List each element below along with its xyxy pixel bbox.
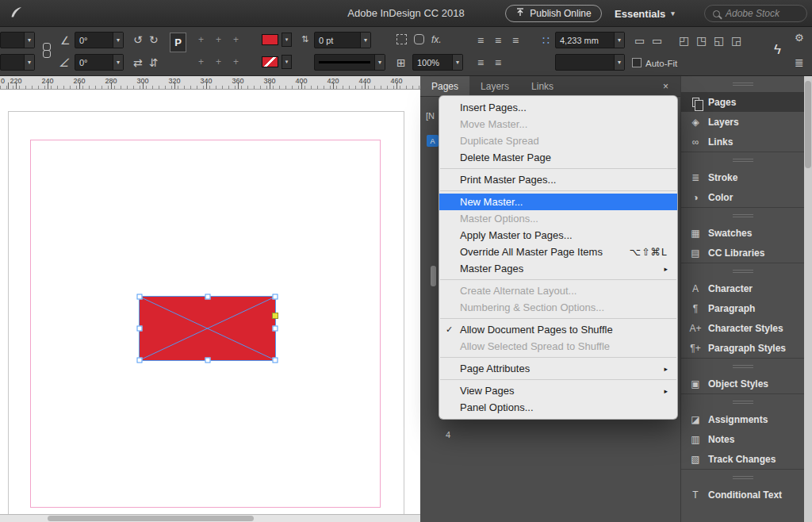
panel-group-grip[interactable] — [681, 207, 804, 223]
corner-options-handle[interactable] — [272, 313, 278, 319]
align-right-icon[interactable]: ≡ — [512, 35, 519, 46]
frame-handle-top-center[interactable] — [205, 294, 210, 300]
frame-handle-bottom-center[interactable] — [205, 358, 210, 363]
menu-item-panel-options[interactable]: Panel Options... — [439, 399, 677, 416]
fill-swatch-menu[interactable]: ▾ — [282, 33, 292, 47]
transform-option-icon[interactable]: + — [216, 35, 221, 44]
scale-y-field[interactable]: ▾ — [0, 54, 35, 71]
horizontal-scrollbar-thumb[interactable] — [48, 516, 254, 521]
rotate-cw-icon[interactable]: ↻ — [149, 34, 159, 45]
panel-item-pages[interactable]: Pages — [681, 92, 804, 112]
publish-online-button[interactable]: Publish Online — [505, 5, 602, 22]
horizontal-ruler[interactable]: 0 220 240 260 280 300 320 340 360 380 40… — [0, 76, 420, 90]
panel-group-grip[interactable] — [681, 393, 804, 409]
align-left-icon[interactable]: ≡ — [477, 35, 484, 46]
tab-layers[interactable]: Layers — [469, 76, 520, 96]
panel-item-notes[interactable]: ▥ Notes — [681, 429, 804, 449]
stroke-weight-field[interactable]: 0 pt ▾ — [314, 32, 371, 48]
fitting-reference-dropdown[interactable]: ▾ — [555, 54, 625, 71]
stroke-style-dropdown[interactable]: ▾ — [314, 54, 385, 71]
panel-item-character[interactable]: A Character — [681, 278, 804, 298]
menu-item-override-all-master-page-items[interactable]: Override All Master Page Items ⌥⇧⌘L — [439, 244, 677, 260]
panel-group-grip[interactable] — [681, 152, 804, 167]
menu-item-print-master-pages[interactable]: Print Master Pages... — [439, 171, 677, 188]
close-icon[interactable]: × — [663, 81, 668, 92]
menu-item-apply-master-to-pages[interactable]: Apply Master to Pages... — [439, 227, 677, 244]
shear-angle-field[interactable]: 0° ▾ — [75, 54, 124, 71]
flip-horizontal-icon[interactable]: ⇄ — [133, 57, 143, 68]
dock-scrollbar-thumb[interactable] — [805, 81, 811, 168]
distribute-icon[interactable]: ≡ — [477, 57, 484, 68]
horizontal-scrollbar[interactable] — [0, 514, 420, 522]
menu-item-insert-pages[interactable]: Insert Pages... — [439, 99, 677, 116]
effects-icon[interactable]: fx. — [431, 35, 442, 44]
panel-item-assignments[interactable]: ◪ Assignments — [681, 409, 804, 429]
rotation-angle-field[interactable]: 0° ▾ — [75, 32, 124, 48]
frame-handle-middle-right[interactable] — [273, 326, 278, 332]
align-bottom-edge-icon[interactable]: ◱ — [714, 35, 724, 46]
fill-color-swatch[interactable] — [262, 34, 278, 45]
stroke-weight-spinner-icon[interactable]: ⇅ — [301, 35, 308, 44]
menu-item-new-master[interactable]: New Master... — [439, 194, 677, 210]
align-right-edge-icon[interactable]: ◳ — [696, 35, 707, 46]
menu-item-allow-document-pages-to-shuffle[interactable]: ✓ Allow Document Pages to Shuffle — [439, 321, 677, 338]
transform-option-icon[interactable]: + — [198, 57, 204, 67]
stroke-swatch-menu[interactable]: ▾ — [282, 55, 292, 69]
corner-size-field[interactable]: 4,233 mm ▾ — [555, 32, 625, 48]
zoom-level-field[interactable]: 100% ▾ — [412, 54, 463, 71]
frame-handle-bottom-left[interactable] — [137, 358, 143, 363]
panel-item-conditional-text[interactable]: T Conditional Text — [681, 485, 804, 505]
master-none-partial-label[interactable]: [N — [426, 111, 435, 121]
corner-options-icon[interactable] — [414, 34, 424, 44]
panel-group-grip[interactable] — [681, 76, 804, 92]
panel-item-stroke[interactable]: ≣ Stroke — [681, 167, 804, 187]
reference-point-badge[interactable]: P — [170, 33, 186, 52]
panel-item-links[interactable]: ∞ Links — [681, 132, 804, 152]
selected-red-frame[interactable] — [139, 296, 276, 361]
panel-item-swatches[interactable]: ▦ Swatches — [681, 223, 804, 243]
panel-item-layers[interactable]: ◈ Layers — [681, 112, 804, 132]
a-master-chip[interactable]: A — [427, 135, 439, 147]
quick-apply-lightning-icon[interactable]: ϟ — [774, 43, 781, 56]
dock-scrollbar[interactable] — [804, 76, 812, 522]
pages-panel-scrollbar-thumb[interactable] — [431, 266, 436, 286]
tab-pages[interactable]: Pages — [420, 76, 469, 96]
align-left-edge-icon[interactable]: ◲ — [731, 35, 741, 46]
panel-group-grip[interactable] — [681, 469, 804, 485]
transform-option-icon[interactable]: + — [233, 57, 239, 67]
panel-group-grip[interactable] — [681, 263, 804, 278]
frame-handle-middle-left[interactable] — [137, 326, 143, 332]
flip-vertical-icon[interactable]: ⇵ — [149, 57, 159, 68]
panel-item-paragraph-styles[interactable]: ¶+ Paragraph Styles — [681, 338, 804, 358]
scale-x-field[interactable]: ▾ — [0, 32, 35, 48]
frame-style-icon[interactable] — [396, 34, 407, 44]
frame-handle-top-right[interactable] — [273, 294, 278, 300]
tab-links[interactable]: Links — [520, 76, 565, 96]
panel-item-object-styles[interactable]: ▣ Object Styles — [681, 374, 804, 393]
transform-option-icon[interactable]: + — [198, 35, 204, 44]
adobe-stock-search[interactable]: Adobe Stock — [704, 5, 807, 22]
align-center-icon[interactable]: ≡ — [495, 35, 501, 46]
preview-grid-icon[interactable]: ⊞ — [396, 57, 406, 68]
fit-frame-icon[interactable]: ▭ — [652, 35, 662, 46]
frame-handle-bottom-right[interactable] — [273, 358, 278, 363]
stroke-color-swatch[interactable] — [262, 56, 278, 67]
auto-fit-checkbox[interactable] — [632, 58, 642, 67]
align-top-edge-icon[interactable]: ◰ — [679, 35, 689, 46]
menu-item-master-pages[interactable]: Master Pages ▸ — [439, 260, 677, 277]
menu-item-view-pages[interactable]: View Pages ▸ — [439, 382, 677, 399]
transform-option-icon[interactable]: + — [216, 57, 221, 67]
workspace-switcher[interactable]: Essentials ▾ — [615, 5, 675, 22]
fit-content-icon[interactable]: ▭ — [634, 35, 645, 46]
constrain-proportions-icon[interactable] — [43, 43, 51, 59]
panel-item-cc-libraries[interactable]: ▤ CC Libraries — [681, 243, 804, 263]
control-bar-menu-icon[interactable]: ≣ — [795, 57, 804, 68]
menu-item-delete-master-page[interactable]: Delete Master Page — [439, 149, 677, 166]
space-evenly-icon[interactable]: ≡ — [495, 57, 501, 68]
gear-icon[interactable]: ⚙ — [795, 33, 804, 43]
menu-item-page-attributes[interactable]: Page Attributes ▸ — [439, 360, 677, 377]
panel-item-track-changes[interactable]: ▧ Track Changes — [681, 449, 804, 469]
panel-item-color[interactable]: ◑ Color — [681, 187, 804, 207]
panel-item-character-styles[interactable]: A+ Character Styles — [681, 318, 804, 338]
transform-option-icon[interactable]: + — [233, 35, 239, 44]
